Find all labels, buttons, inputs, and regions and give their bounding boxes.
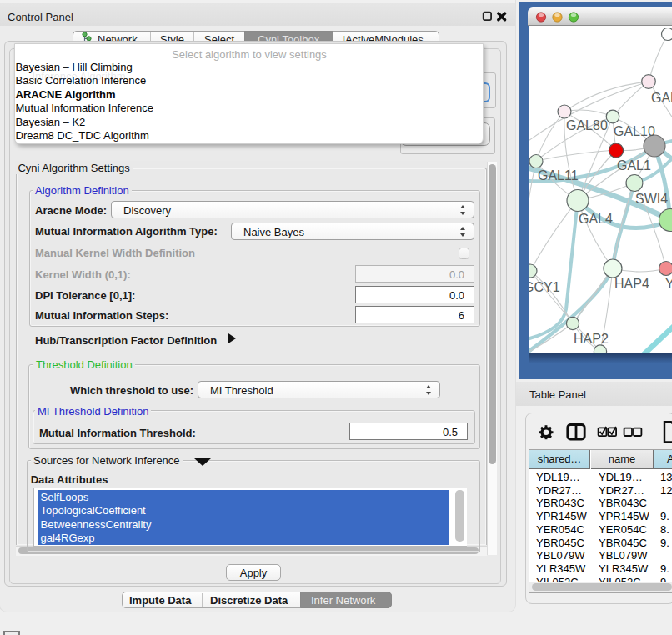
svg-text:HAP2: HAP2	[574, 332, 609, 346]
svg-text:GCY1: GCY1	[529, 280, 560, 294]
svg-text:GAL7: GAL7	[651, 91, 672, 105]
svg-text:GAL4: GAL4	[579, 212, 613, 226]
svg-text:GAL80: GAL80	[566, 118, 608, 132]
svg-text:YM: YM	[665, 277, 672, 291]
svg-text:GAL11: GAL11	[538, 168, 579, 182]
svg-text:GAL1: GAL1	[617, 158, 651, 172]
svg-text:SWI4: SWI4	[635, 192, 668, 206]
svg-text:GAL10: GAL10	[614, 124, 655, 138]
svg-text:HAP4: HAP4	[614, 277, 649, 291]
